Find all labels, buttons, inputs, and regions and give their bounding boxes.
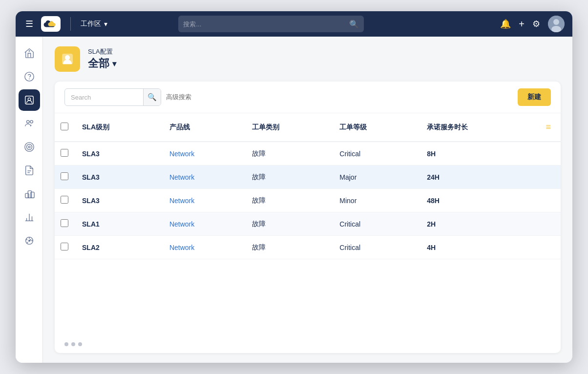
topbar-divider (70, 17, 71, 31)
row-checkbox-cell (55, 142, 74, 166)
pagination-dot-2[interactable] (71, 342, 75, 346)
sidebar-item-document[interactable] (19, 160, 40, 181)
sidebar-item-home[interactable] (19, 42, 40, 64)
workspace-label: 工作区 (81, 20, 101, 28)
row-checkbox[interactable] (61, 172, 68, 180)
svg-point-1 (553, 19, 559, 25)
svg-point-10 (24, 143, 33, 151)
sidebar-item-chart[interactable] (19, 207, 40, 228)
notification-icon[interactable]: 🔔 (500, 19, 511, 29)
table-row[interactable]: SLA3 Network 故障 Critical 8H (55, 142, 561, 166)
global-search-input[interactable] (183, 21, 345, 28)
topbar: ☰ 工作区 ▾ 🔍 🔔 + ⚙ (16, 11, 572, 37)
global-search-icon: 🔍 (349, 20, 359, 29)
header-checkbox-col (55, 113, 74, 142)
pagination-dots (55, 335, 561, 353)
row-ticket-grade: Minor (332, 189, 419, 212)
table-header: SLA级别 产品线 工单类别 工单等级 承诺服务时长 ≡ (55, 113, 561, 142)
settings-icon[interactable]: ⚙ (532, 19, 540, 29)
svg-point-8 (26, 121, 29, 124)
global-search-bar: 🔍 (178, 16, 364, 32)
row-checkbox[interactable] (61, 243, 68, 250)
workspace-selector[interactable]: 工作区 ▾ (81, 20, 107, 28)
pagination-dot-1[interactable] (64, 342, 68, 346)
row-ticket-type: 故障 (244, 212, 332, 236)
row-sla-level: SLA1 (74, 212, 162, 236)
app-window: ☰ 工作区 ▾ 🔍 🔔 + ⚙ (16, 11, 572, 363)
search-button[interactable]: 🔍 (143, 88, 161, 106)
page-title-text: 全部 (88, 56, 109, 71)
sidebar (16, 37, 43, 363)
user-avatar[interactable] (548, 16, 565, 32)
new-button[interactable]: 新建 (518, 88, 551, 106)
table-row[interactable]: SLA3 Network 故障 Major 24H (55, 166, 561, 189)
pagination-dot-3[interactable] (78, 342, 82, 346)
sidebar-item-report[interactable] (19, 183, 40, 205)
svg-point-9 (30, 121, 33, 124)
header-product-line: 产品线 (162, 113, 244, 142)
row-sla-level: SLA3 (74, 189, 162, 212)
row-product-line: Network (162, 142, 244, 166)
row-ticket-grade: Critical (332, 236, 419, 259)
row-checkbox[interactable] (61, 149, 68, 157)
page-title-area: SLA配置 全部 ▾ (88, 47, 116, 71)
page-header: SLA配置 全部 ▾ (55, 46, 561, 72)
svg-point-3 (28, 50, 30, 52)
row-product-line: Network (162, 189, 244, 212)
row-duration: 8H (419, 142, 561, 166)
sidebar-item-contacts[interactable] (19, 89, 40, 111)
row-duration: 24H (419, 166, 561, 189)
page-title: 全部 ▾ (88, 56, 116, 71)
row-duration: 2H (419, 212, 561, 236)
row-checkbox-cell (55, 236, 74, 259)
row-checkbox-cell (55, 212, 74, 236)
svg-point-11 (26, 145, 32, 150)
sidebar-item-help[interactable] (19, 66, 40, 87)
table-container: 🔍 高级搜索 新建 SLA级别 (55, 82, 561, 353)
page-icon (55, 46, 80, 72)
content-area: SLA配置 全部 ▾ 🔍 高级搜索 新建 (43, 37, 572, 363)
table-scroll-area: SLA级别 产品线 工单类别 工单等级 承诺服务时长 ≡ (55, 113, 561, 335)
row-product-line: Network (162, 166, 244, 189)
sla-table: SLA级别 产品线 工单类别 工单等级 承诺服务时长 ≡ (55, 113, 561, 259)
toolbar: 🔍 高级搜索 新建 (55, 82, 561, 113)
row-ticket-type: 故障 (244, 166, 332, 189)
svg-line-20 (29, 239, 31, 241)
column-menu-button[interactable]: ≡ (544, 120, 553, 134)
table-row[interactable]: SLA3 Network 故障 Minor 48H (55, 189, 561, 212)
row-ticket-type: 故障 (244, 142, 332, 166)
sidebar-item-people[interactable] (19, 113, 40, 134)
row-duration: 48H (419, 189, 561, 212)
row-product-line: Network (162, 236, 244, 259)
table-row[interactable]: SLA1 Network 故障 Critical 2H (55, 212, 561, 236)
sidebar-item-target[interactable] (19, 136, 40, 158)
svg-point-12 (28, 146, 30, 148)
logo (41, 16, 61, 32)
row-checkbox-cell (55, 189, 74, 212)
row-checkbox[interactable] (61, 219, 68, 227)
svg-point-22 (65, 55, 70, 60)
add-icon[interactable]: + (519, 19, 525, 30)
row-ticket-type: 故障 (244, 236, 332, 259)
page-subtitle: SLA配置 (88, 47, 116, 56)
table-row[interactable]: SLA2 Network 故障 Critical 4H (55, 236, 561, 259)
row-checkbox-cell (55, 166, 74, 189)
header-duration: 承诺服务时长 ≡ (419, 113, 561, 141)
row-sla-level: SLA2 (74, 236, 162, 259)
header-ticket-grade: 工单等级 (332, 113, 419, 142)
menu-icon[interactable]: ☰ (23, 17, 35, 31)
table-body: SLA3 Network 故障 Critical 8H SLA3 Network… (55, 142, 561, 259)
row-checkbox[interactable] (61, 196, 68, 204)
header-ticket-type: 工单类别 (244, 113, 332, 142)
header-sla-level: SLA级别 (74, 113, 162, 142)
search-input[interactable] (65, 94, 143, 101)
row-ticket-grade: Major (332, 166, 419, 189)
logo-area (41, 16, 61, 32)
search-input-wrap: 🔍 (64, 88, 161, 106)
advanced-search-link[interactable]: 高级搜索 (166, 93, 191, 102)
row-product-line: Network (162, 212, 244, 236)
select-all-checkbox[interactable] (61, 123, 68, 130)
page-title-arrow[interactable]: ▾ (112, 59, 116, 68)
row-ticket-type: 故障 (244, 189, 332, 212)
sidebar-item-gauge[interactable] (19, 230, 40, 251)
